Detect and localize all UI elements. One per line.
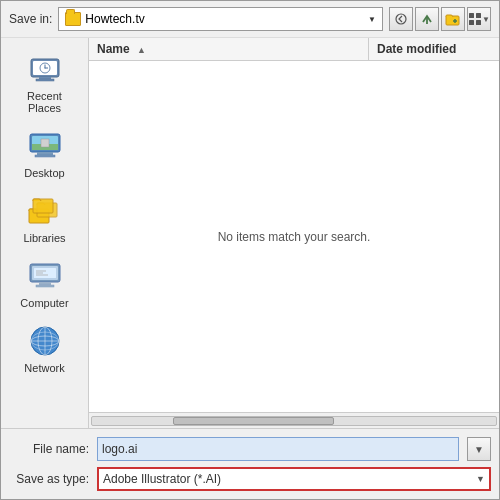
svg-point-16: [44, 67, 46, 69]
svg-rect-25: [33, 199, 53, 213]
sidebar-item-computer[interactable]: Computer: [5, 253, 85, 314]
sort-indicator: ▲: [137, 45, 146, 55]
view-icon: [468, 12, 482, 26]
back-button[interactable]: [389, 7, 413, 31]
desktop-icon: [27, 128, 63, 164]
new-folder-button[interactable]: [441, 7, 465, 31]
back-arrow-icon: [395, 13, 407, 25]
network-label: Network: [24, 362, 64, 374]
save-as-type-label: Save as type:: [9, 472, 89, 486]
date-column-header[interactable]: Date modified: [369, 38, 499, 60]
computer-label: Computer: [20, 297, 68, 309]
svg-rect-6: [476, 13, 481, 18]
file-name-input[interactable]: [97, 437, 459, 461]
svg-point-0: [396, 14, 406, 24]
computer-icon: [27, 258, 63, 294]
scrollbar-track[interactable]: [91, 416, 497, 426]
up-button[interactable]: [415, 7, 439, 31]
name-column-header[interactable]: Name ▲: [89, 38, 369, 60]
svg-rect-7: [469, 20, 474, 25]
save-in-label: Save in:: [9, 12, 52, 26]
recent-places-icon: [27, 51, 63, 87]
sidebar-item-recent-places[interactable]: Recent Places: [5, 46, 85, 119]
save-as-type-row: Save as type: Adobe Illustrator (*.AI) ▼: [9, 467, 491, 491]
file-list-empty: No items match your search.: [89, 61, 499, 412]
recent-places-label: Recent Places: [12, 90, 78, 114]
file-name-label: File name:: [9, 442, 89, 456]
folder-dropdown-arrow: ▼: [368, 15, 376, 24]
up-arrow-icon: [420, 12, 434, 26]
sidebar-item-desktop[interactable]: Desktop: [5, 123, 85, 184]
save-as-type-select[interactable]: Adobe Illustrator (*.AI) ▼: [97, 467, 491, 491]
svg-rect-22: [41, 139, 49, 147]
sidebar-item-network[interactable]: Network: [5, 318, 85, 379]
folder-dropdown[interactable]: Howtech.tv ▼: [58, 7, 383, 31]
scrollbar-thumb[interactable]: [173, 417, 335, 425]
svg-rect-11: [36, 79, 54, 81]
main-area: Recent Places Desktop: [1, 38, 499, 428]
svg-rect-28: [39, 282, 51, 285]
save-as-type-arrow: ▼: [476, 474, 485, 484]
svg-rect-29: [36, 285, 54, 287]
file-list-header: Name ▲ Date modified: [89, 38, 499, 61]
view-button[interactable]: ▼: [467, 7, 491, 31]
file-area: Name ▲ Date modified No items match your…: [89, 38, 499, 428]
svg-rect-5: [469, 13, 474, 18]
horizontal-scrollbar[interactable]: [89, 412, 499, 428]
sidebar-item-libraries[interactable]: Libraries: [5, 188, 85, 249]
save-dialog: Save in: Howtech.tv ▼: [0, 0, 500, 500]
svg-rect-2: [446, 16, 459, 25]
libraries-label: Libraries: [23, 232, 65, 244]
svg-rect-19: [35, 155, 55, 157]
top-nav-buttons: ▼: [389, 7, 491, 31]
network-icon: [27, 323, 63, 359]
svg-rect-8: [476, 20, 481, 25]
view-arrow: ▼: [482, 15, 490, 24]
desktop-label: Desktop: [24, 167, 64, 179]
libraries-icon: [27, 193, 63, 229]
new-folder-icon: [445, 12, 461, 26]
sidebar: Recent Places Desktop: [1, 38, 89, 428]
folder-icon: [65, 12, 81, 26]
bottom-form: File name: ▼ Save as type: Adobe Illustr…: [1, 428, 499, 499]
file-name-dropdown-button[interactable]: ▼: [467, 437, 491, 461]
top-bar: Save in: Howtech.tv ▼: [1, 1, 499, 38]
svg-rect-18: [37, 152, 53, 155]
file-name-row: File name: ▼: [9, 437, 491, 461]
folder-name: Howtech.tv: [85, 12, 364, 26]
